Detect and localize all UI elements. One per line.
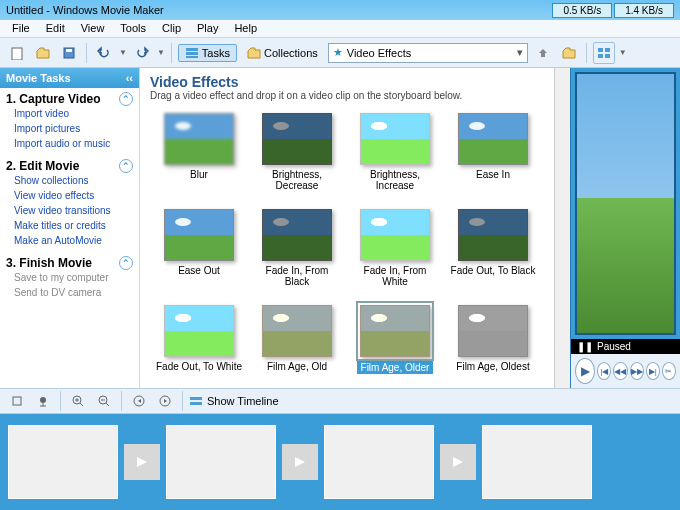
storyboard-transition[interactable] xyxy=(124,444,160,480)
effect-label: Film Age, Old xyxy=(267,361,327,372)
effects-grid: BlurBrightness, DecreaseBrightness, Incr… xyxy=(150,109,544,378)
show-timeline-button[interactable]: Show Timeline xyxy=(207,395,279,407)
zoom-out-button[interactable] xyxy=(93,390,115,412)
effect-fade-out-to-white[interactable]: Fade Out, To White xyxy=(154,305,244,374)
vertical-scrollbar[interactable] xyxy=(554,68,570,388)
redo-button[interactable] xyxy=(131,42,153,64)
playback-controls: ▶ |◀ ◀◀ ▶▶ ▶| ✂ xyxy=(571,354,680,388)
section-edit-movie[interactable]: 2. Edit Movie⌃ xyxy=(6,159,133,173)
split-button[interactable]: ✂ xyxy=(662,362,676,380)
link-titles-credits[interactable]: Make titles or credits xyxy=(6,218,133,233)
zoom-in-button[interactable] xyxy=(67,390,89,412)
preview-panel: ❚❚ Paused ▶ |◀ ◀◀ ▶▶ ▶| ✂ xyxy=(570,68,680,388)
effect-thumbnail xyxy=(164,113,234,165)
link-send-dv[interactable]: Send to DV camera xyxy=(6,285,133,300)
menu-clip[interactable]: Clip xyxy=(154,20,189,37)
link-show-collections[interactable]: Show collections xyxy=(6,173,133,188)
storyboard-clip[interactable] xyxy=(482,425,592,499)
open-button[interactable] xyxy=(32,42,54,64)
link-automovie[interactable]: Make an AutoMovie xyxy=(6,233,133,248)
effect-brightness-decrease[interactable]: Brightness, Decrease xyxy=(252,113,342,191)
menu-bar: File Edit View Tools Clip Play Help xyxy=(0,20,680,38)
storyboard[interactable] xyxy=(0,414,680,510)
effect-fade-in-from-black[interactable]: Fade In, From Black xyxy=(252,209,342,287)
preview-monitor[interactable] xyxy=(575,72,676,335)
timeline-tool-1[interactable] xyxy=(6,390,28,412)
save-button[interactable] xyxy=(58,42,80,64)
effect-label: Fade Out, To White xyxy=(156,361,242,372)
narrate-button[interactable] xyxy=(32,390,54,412)
effect-thumbnail xyxy=(360,305,430,357)
storyboard-clip[interactable] xyxy=(8,425,118,499)
tasks-button[interactable]: Tasks xyxy=(178,44,237,62)
sidebar-header: Movie Tasks ‹‹ xyxy=(0,68,139,88)
section-capture-video[interactable]: 1. Capture Video⌃ xyxy=(6,92,133,106)
folder-icon xyxy=(247,47,261,59)
menu-tools[interactable]: Tools xyxy=(112,20,154,37)
link-video-effects[interactable]: View video effects xyxy=(6,188,133,203)
play-timeline-button[interactable] xyxy=(154,390,176,412)
new-folder-button[interactable] xyxy=(558,42,580,64)
step-back-button[interactable]: ◀◀ xyxy=(613,362,627,380)
chevron-up-icon: ⌃ xyxy=(119,256,133,270)
effect-thumbnail xyxy=(262,305,332,357)
menu-view[interactable]: View xyxy=(73,20,113,37)
effect-label: Brightness, Increase xyxy=(350,169,440,191)
menu-help[interactable]: Help xyxy=(226,20,265,37)
storyboard-transition[interactable] xyxy=(440,444,476,480)
timeline-toolbar: Show Timeline xyxy=(0,388,680,414)
chevron-up-icon: ⌃ xyxy=(119,92,133,106)
collection-dropdown[interactable]: ★ Video Effects ▾ xyxy=(328,43,528,63)
svg-rect-4 xyxy=(186,52,198,55)
collections-button[interactable]: Collections xyxy=(241,45,324,61)
link-import-video[interactable]: Import video xyxy=(6,106,133,121)
star-icon: ★ xyxy=(333,46,343,59)
effect-brightness-increase[interactable]: Brightness, Increase xyxy=(350,113,440,191)
tasks-icon xyxy=(185,47,199,59)
effect-film-age-older[interactable]: Film Age, Older xyxy=(350,305,440,374)
link-import-audio[interactable]: Import audio or music xyxy=(6,136,133,151)
rewind-timeline-button[interactable] xyxy=(128,390,150,412)
effect-thumbnail xyxy=(262,209,332,261)
svg-rect-9 xyxy=(605,54,610,58)
effect-fade-in-from-white[interactable]: Fade In, From White xyxy=(350,209,440,287)
chevron-up-icon: ⌃ xyxy=(119,159,133,173)
section-finish-movie[interactable]: 3. Finish Movie⌃ xyxy=(6,256,133,270)
effect-label: Brightness, Decrease xyxy=(252,169,342,191)
undo-button[interactable] xyxy=(93,42,115,64)
effect-label: Ease In xyxy=(476,169,510,180)
svg-rect-8 xyxy=(598,54,603,58)
view-button[interactable] xyxy=(593,42,615,64)
link-save-computer[interactable]: Save to my computer xyxy=(6,270,133,285)
link-video-transitions[interactable]: View video transitions xyxy=(6,203,133,218)
svg-rect-0 xyxy=(12,48,22,60)
up-level-button[interactable] xyxy=(532,42,554,64)
panel-subtitle: Drag a video effect and drop it on a vid… xyxy=(150,90,544,101)
effect-film-age-oldest[interactable]: Film Age, Oldest xyxy=(448,305,538,374)
svg-rect-3 xyxy=(186,48,198,51)
storyboard-clip[interactable] xyxy=(166,425,276,499)
effect-ease-in[interactable]: Ease In xyxy=(448,113,538,191)
effect-film-age-old[interactable]: Film Age, Old xyxy=(252,305,342,374)
collapse-icon[interactable]: ‹‹ xyxy=(126,72,133,84)
tasks-sidebar: Movie Tasks ‹‹ 1. Capture Video⌃ Import … xyxy=(0,68,140,388)
effect-fade-out-to-black[interactable]: Fade Out, To Black xyxy=(448,209,538,287)
menu-file[interactable]: File xyxy=(4,20,38,37)
title-bar: Untitled - Windows Movie Maker 0.5 KB/s … xyxy=(0,0,680,20)
effect-thumbnail xyxy=(360,209,430,261)
storyboard-transition[interactable] xyxy=(282,444,318,480)
rewind-start-button[interactable]: |◀ xyxy=(597,362,611,380)
play-button[interactable]: ▶ xyxy=(575,358,595,384)
forward-end-button[interactable]: ▶| xyxy=(646,362,660,380)
upload-speed: 1.4 KB/s xyxy=(614,3,674,18)
svg-rect-7 xyxy=(605,48,610,52)
effect-blur[interactable]: Blur xyxy=(154,113,244,191)
storyboard-clip[interactable] xyxy=(324,425,434,499)
effect-label: Fade In, From Black xyxy=(252,265,342,287)
effect-ease-out[interactable]: Ease Out xyxy=(154,209,244,287)
new-project-button[interactable] xyxy=(6,42,28,64)
step-forward-button[interactable]: ▶▶ xyxy=(630,362,644,380)
menu-play[interactable]: Play xyxy=(189,20,226,37)
menu-edit[interactable]: Edit xyxy=(38,20,73,37)
link-import-pictures[interactable]: Import pictures xyxy=(6,121,133,136)
